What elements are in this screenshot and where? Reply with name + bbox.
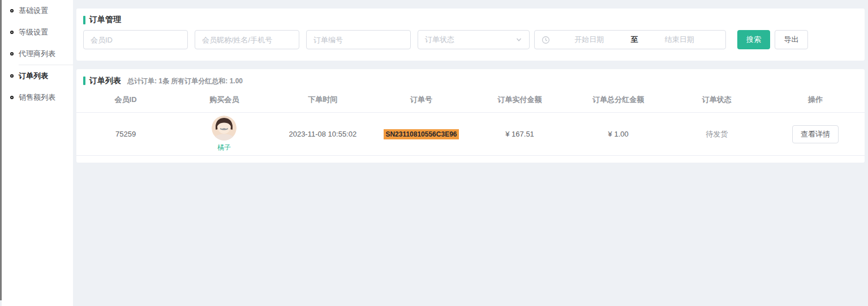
member-id-input[interactable] [83,30,188,49]
sidebar-item-label: 订单列表 [19,71,48,81]
sidebar-item-agent-list[interactable]: 代理商列表 [2,43,73,65]
circle-icon [10,74,14,78]
accent-bar [83,76,85,85]
order-no-highlighted: SN23110810556C3E96 [384,129,458,139]
col-header-paid-amount: 订单实付金额 [471,95,569,105]
date-separator-label: 至 [629,35,641,45]
date-end-input[interactable]: 结束日期 [641,35,719,45]
buyer-avatar-image [212,116,237,141]
search-button[interactable]: 搜索 [737,30,770,49]
circle-icon [10,9,14,12]
sidebar-item-level-settings[interactable]: 等级设置 [2,22,73,43]
order-status-select[interactable]: 订单状态 [418,30,530,49]
cell-dividend-amount: ¥ 1.00 [569,130,668,138]
cell-member-id: 75259 [76,130,175,138]
order-no-input[interactable] [306,30,411,49]
list-summary: 总计订单: 1条 所有订单分红总和: 1.00 [127,75,243,86]
filter-row: 订单状态 开始日期 至 结束日期 搜索 导出 [83,30,865,49]
list-title: 订单列表 [89,76,121,86]
cell-order-time: 2023-11-08 10:55:02 [273,130,372,138]
member-info-input[interactable] [195,30,299,49]
sidebar-item-sales-list[interactable]: 销售额列表 [2,87,73,108]
vertical-scrollbar[interactable] [0,0,2,300]
filter-section-title: 订单管理 [76,8,865,25]
order-filter-card: 订单管理 订单状态 开始日期 至 结束日期 搜索 导出 [76,8,865,61]
circle-icon [10,52,14,56]
col-header-status: 订单状态 [668,95,766,105]
accent-bar [83,16,85,24]
sidebar-item-order-list[interactable]: 订单列表 [2,65,73,87]
list-section-title: 订单列表 总计订单: 1条 所有订单分红总和: 1.00 [76,69,865,86]
table-header-row: 会员ID 购买会员 下单时间 订单号 订单实付金额 订单总分红金额 订单状态 操… [76,87,865,113]
date-range-picker[interactable]: 开始日期 至 结束日期 [534,30,726,49]
col-header-buyer: 购买会员 [175,95,273,105]
date-start-input[interactable]: 开始日期 [550,35,629,45]
table-row: 75259 橘子 [76,113,865,156]
filter-title: 订单管理 [89,15,121,25]
view-detail-button[interactable]: 查看详情 [792,125,839,143]
cell-buyer: 橘子 [175,116,273,152]
cell-actions: 查看详情 [766,125,865,143]
sidebar-item-basic-settings[interactable]: 基础设置 [2,0,73,22]
cell-order-status: 待发货 [668,129,766,139]
cell-order-no: SN23110810556C3E96 [372,129,470,139]
order-list-card: 订单列表 总计订单: 1条 所有订单分红总和: 1.00 会员ID 购买会员 下… [76,69,865,163]
buyer-name: 橘子 [217,143,231,152]
order-status-select-value: 订单状态 [425,35,454,45]
sidebar-item-label: 销售额列表 [19,92,55,103]
chevron-down-icon [515,36,522,43]
sidebar-item-label: 代理商列表 [19,49,55,59]
col-header-order-time: 下单时间 [273,95,372,105]
order-table: 会员ID 购买会员 下单时间 订单号 订单实付金额 订单总分红金额 订单状态 操… [76,87,865,156]
col-header-order-no: 订单号 [372,95,470,105]
col-header-actions: 操作 [766,95,865,105]
sidebar-item-label: 等级设置 [19,27,48,37]
col-header-dividend: 订单总分红金额 [569,95,668,105]
cell-paid-amount: ¥ 167.51 [471,130,569,138]
clock-icon [542,36,550,44]
order-admin-page: 基础设置 等级设置 代理商列表 订单列表 销售额列表 订单管理 [0,0,868,306]
sidebar-item-label: 基础设置 [19,6,48,16]
export-button[interactable]: 导出 [775,30,808,49]
circle-icon [10,31,14,34]
circle-icon [10,96,14,99]
sidebar: 基础设置 等级设置 代理商列表 订单列表 销售额列表 [2,0,73,306]
col-header-member-id: 会员ID [76,95,175,105]
